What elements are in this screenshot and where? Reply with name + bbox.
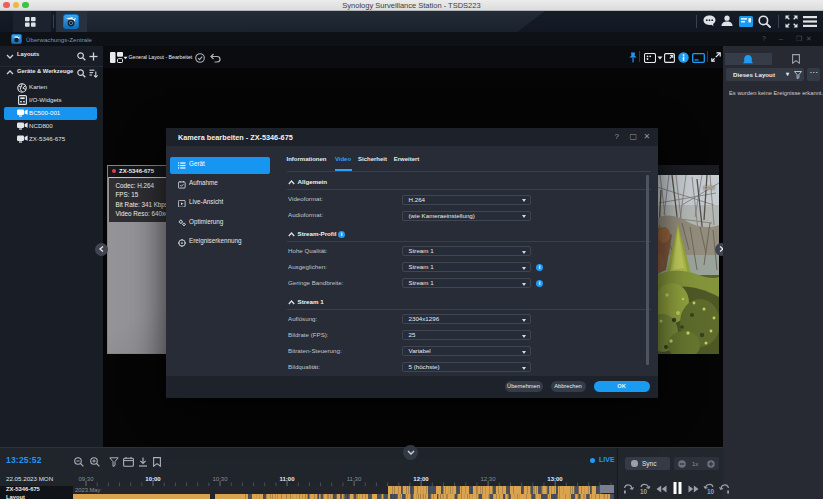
svg-text:10: 10 xyxy=(707,488,715,495)
svg-text:10: 10 xyxy=(640,488,648,495)
